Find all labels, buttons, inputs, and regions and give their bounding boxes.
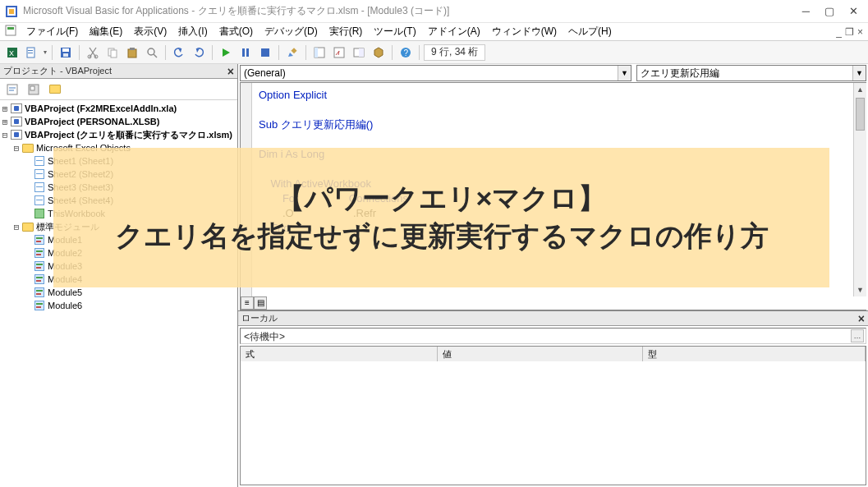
folder-icon [22, 144, 34, 153]
maximize-button[interactable]: ▢ [824, 5, 834, 17]
tree-sheet[interactable]: Sheet2 (Sheet2) [0, 168, 237, 181]
locals-window: ローカル × <待機中> … 式 値 型 [238, 310, 868, 487]
svg-text:X: X [9, 49, 14, 57]
mdi-sys-icon[interactable] [5, 25, 16, 39]
project-explorer-button[interactable] [310, 44, 328, 62]
tree-project[interactable]: ⊞VBAProject (PERSONAL.XLSB) [0, 115, 237, 128]
menu-help[interactable]: ヘルプ(H) [563, 23, 617, 40]
chevron-down-icon[interactable]: ▼ [852, 66, 866, 80]
menu-view[interactable]: 表示(V) [129, 23, 172, 40]
view-code-button[interactable] [3, 80, 21, 99]
menu-edit[interactable]: 編集(E) [85, 23, 127, 40]
svg-rect-21 [242, 48, 245, 57]
tree-module[interactable]: Module2 [0, 246, 237, 260]
locals-header: ローカル × [238, 311, 868, 326]
svg-rect-34 [30, 86, 34, 90]
save-button[interactable] [57, 44, 75, 62]
scroll-thumb[interactable] [856, 98, 865, 131]
help-button[interactable]: ? [397, 44, 415, 62]
sheet-icon [34, 156, 44, 166]
menu-addin[interactable]: アドイン(A) [423, 23, 485, 40]
code-editor[interactable]: Option Explicit Sub クエリ更新応用編() Dim i As … [240, 82, 866, 310]
cut-button[interactable] [84, 44, 102, 62]
properties-button[interactable] [330, 44, 348, 62]
menu-insert[interactable]: 挿入(I) [173, 23, 212, 40]
copy-button[interactable] [103, 44, 122, 62]
object-combo-value: (General) [244, 67, 286, 79]
menu-format[interactable]: 書式(O) [214, 23, 258, 40]
svg-rect-2 [9, 9, 14, 14]
folder-icon [22, 223, 34, 232]
procedure-combo[interactable]: クエリ更新応用編▼ [636, 65, 866, 81]
view-object-button[interactable] [25, 80, 43, 99]
find-button[interactable] [143, 44, 161, 62]
object-combo[interactable]: (General)▼ [240, 65, 631, 81]
toolbar: X ▾ ? 9 行, 34 桁 [0, 41, 868, 64]
mdi-close-button[interactable]: × [857, 26, 863, 38]
insert-dropdown[interactable]: ▾ [43, 44, 48, 62]
full-view-button[interactable]: ▤ [254, 296, 267, 310]
scroll-down-icon[interactable]: ▼ [854, 283, 866, 296]
svg-rect-9 [28, 53, 33, 53]
tree-sheet[interactable]: Sheet3 (Sheet3) [0, 181, 237, 194]
tree-workbook[interactable]: ThisWorkbook [0, 207, 237, 220]
toolbox-button[interactable] [370, 44, 388, 62]
code-gutter[interactable] [241, 83, 252, 310]
svg-rect-18 [130, 48, 135, 50]
toggle-folders-button[interactable] [46, 80, 64, 99]
project-icon [11, 103, 22, 113]
menu-file[interactable]: ファイル(F) [21, 23, 83, 40]
tree-module[interactable]: Module3 [0, 260, 237, 273]
insert-module-button[interactable] [23, 44, 41, 62]
tree-module[interactable]: Module4 [0, 273, 237, 286]
redo-button[interactable] [190, 44, 208, 62]
object-browser-button[interactable] [350, 44, 368, 62]
locals-col-type[interactable]: 型 [643, 347, 866, 361]
tree-sheet[interactable]: Sheet4 (Sheet4) [0, 194, 237, 207]
project-icon [11, 130, 22, 140]
paste-button[interactable] [123, 44, 141, 62]
project-panel-close-button[interactable]: × [227, 65, 234, 78]
minimize-button[interactable]: ─ [802, 5, 810, 17]
menu-tools[interactable]: ツール(T) [369, 23, 420, 40]
proc-view-button[interactable]: ≡ [241, 296, 254, 310]
chevron-down-icon[interactable]: ▼ [618, 66, 631, 80]
menu-bar: ファイル(F) 編集(E) 表示(V) 挿入(I) 書式(O) デバッグ(D) … [0, 23, 868, 41]
locals-close-button[interactable]: × [858, 312, 865, 325]
mdi-restore-button[interactable]: ❐ [845, 26, 854, 38]
tree-folder[interactable]: ⊟標準モジュール [0, 220, 237, 233]
tree-sheet[interactable]: Sheet1 (Sheet1) [0, 154, 237, 168]
reset-button[interactable] [256, 44, 274, 62]
undo-button[interactable] [170, 44, 188, 62]
tree-module[interactable]: Module6 [0, 299, 237, 312]
vertical-scrollbar[interactable]: ▲ ▼ [853, 83, 866, 296]
locals-col-value[interactable]: 値 [438, 347, 643, 361]
menu-run[interactable]: 実行(R) [324, 23, 368, 40]
project-tree[interactable]: ⊞VBAProject (Fx2MRExcelAddIn.xla) ⊞VBAPr… [0, 100, 237, 487]
tree-module[interactable]: Module1 [0, 233, 237, 246]
design-mode-button[interactable] [283, 44, 301, 62]
locals-grid[interactable]: 式 値 型 [240, 346, 866, 485]
sheet-icon [34, 169, 44, 179]
mdi-minimize-button[interactable]: _ [836, 26, 842, 38]
svg-rect-12 [63, 53, 68, 57]
app-icon [5, 5, 18, 18]
menu-debug[interactable]: デバッグ(D) [259, 23, 323, 40]
view-excel-button[interactable]: X [3, 44, 21, 62]
project-panel-header: プロジェクト - VBAProject × [0, 64, 237, 79]
menu-window[interactable]: ウィンドウ(W) [487, 23, 562, 40]
close-button[interactable]: ✕ [849, 5, 858, 17]
tree-project[interactable]: ⊟VBAProject (クエリを順番に実行するマクロ.xlsm) [0, 128, 237, 141]
module-icon [34, 261, 44, 271]
locals-col-expr[interactable]: 式 [241, 347, 438, 361]
tree-project[interactable]: ⊞VBAProject (Fx2MRExcelAddIn.xla) [0, 102, 237, 115]
break-button[interactable] [237, 44, 255, 62]
locals-stack-dropdown[interactable]: … [851, 329, 864, 342]
tree-module[interactable]: Module5 [0, 286, 237, 299]
scroll-up-icon[interactable]: ▲ [854, 83, 866, 96]
svg-rect-16 [111, 50, 117, 57]
run-button[interactable] [217, 44, 235, 62]
locals-body [241, 361, 866, 485]
svg-line-20 [154, 54, 157, 57]
tree-folder[interactable]: ⊟Microsoft Excel Objects [0, 141, 237, 154]
